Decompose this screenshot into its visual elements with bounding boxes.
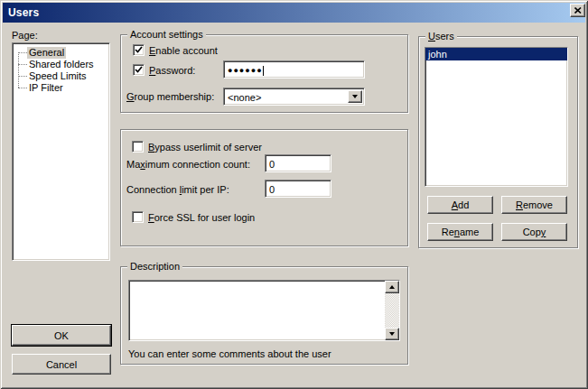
group-membership-value: <none>: [228, 92, 261, 103]
scroll-up-icon: [389, 282, 395, 289]
description-textarea[interactable]: [128, 280, 400, 341]
page-label: Page:: [12, 30, 38, 42]
max-connection-count-input[interactable]: 0: [265, 154, 331, 172]
password-input[interactable]: ●●●●●●: [223, 60, 365, 79]
description-hint: You can enter some comments about the us…: [128, 348, 331, 360]
connection-limit-per-ip-input[interactable]: 0: [265, 180, 331, 198]
force-ssl-checkbox[interactable]: [132, 211, 144, 223]
password-label: Password:: [149, 65, 195, 77]
tree-branch-line: [18, 88, 27, 88]
description-legend: Description: [127, 261, 182, 273]
close-button[interactable]: [570, 4, 585, 17]
tree-item-label: Speed Limits: [27, 70, 89, 82]
users-legend: Users: [425, 31, 457, 42]
users-listbox[interactable]: john: [425, 47, 568, 187]
tree-branch-line: [18, 76, 27, 77]
tree-branch-line: [18, 52, 27, 53]
page-tree[interactable]: General Shared folders Speed Limits IP F…: [12, 42, 110, 261]
scroll-up-button[interactable]: [385, 281, 399, 293]
description-scrollbar[interactable]: [385, 281, 399, 340]
password-checkbox[interactable]: [133, 64, 145, 76]
tree-item-shared-folders[interactable]: Shared folders: [14, 59, 96, 70]
password-value: ●●●●●●: [228, 66, 263, 75]
tree-item-ip-filter[interactable]: IP Filter: [14, 82, 65, 94]
user-list-item-john[interactable]: john: [425, 48, 567, 60]
force-ssl-label: Force SSL for user login: [148, 212, 255, 224]
rename-user-button[interactable]: Rename: [427, 223, 493, 241]
checkmark-icon: [135, 46, 143, 54]
close-icon: [574, 7, 582, 14]
title-bar[interactable]: Users: [3, 3, 585, 23]
users-dialog: Users Page: General Shared folders Speed…: [0, 0, 588, 389]
window-title: Users: [3, 6, 39, 19]
remove-user-button[interactable]: Remove: [501, 196, 567, 214]
scroll-down-icon: [389, 332, 395, 338]
combobox-dropdown-button[interactable]: [348, 90, 362, 103]
text-caret: [263, 66, 264, 76]
scroll-down-button[interactable]: [385, 328, 399, 340]
bypass-userlimit-checkbox[interactable]: [132, 141, 144, 153]
tree-item-speed-limits[interactable]: Speed Limits: [14, 70, 89, 82]
enable-account-label: Enable account: [149, 45, 218, 57]
bypass-userlimit-label: Bypass userlimit of server: [148, 142, 262, 153]
cancel-button[interactable]: Cancel: [12, 354, 111, 375]
copy-user-button[interactable]: Copy: [501, 223, 567, 241]
tree-branch-line: [18, 64, 27, 65]
tree-item-label: General: [27, 47, 66, 59]
checkmark-icon: [135, 66, 143, 74]
ok-button[interactable]: OK: [12, 325, 111, 346]
group-membership-label: Group membership:: [126, 91, 214, 103]
max-connection-count-label: Maximum connection count:: [126, 159, 250, 171]
enable-account-checkbox[interactable]: [133, 44, 145, 56]
group-membership-combobox[interactable]: <none>: [223, 88, 365, 106]
tree-item-general[interactable]: General: [14, 47, 66, 59]
tree-item-label: IP Filter: [27, 82, 65, 94]
add-user-button[interactable]: Add: [427, 196, 493, 214]
description-value: [129, 282, 133, 295]
connection-limit-per-ip-label: Connection limit per IP:: [126, 184, 229, 196]
chevron-down-icon: [352, 95, 358, 101]
account-settings-legend: Account settings: [127, 29, 206, 41]
tree-item-label: Shared folders: [27, 59, 96, 70]
